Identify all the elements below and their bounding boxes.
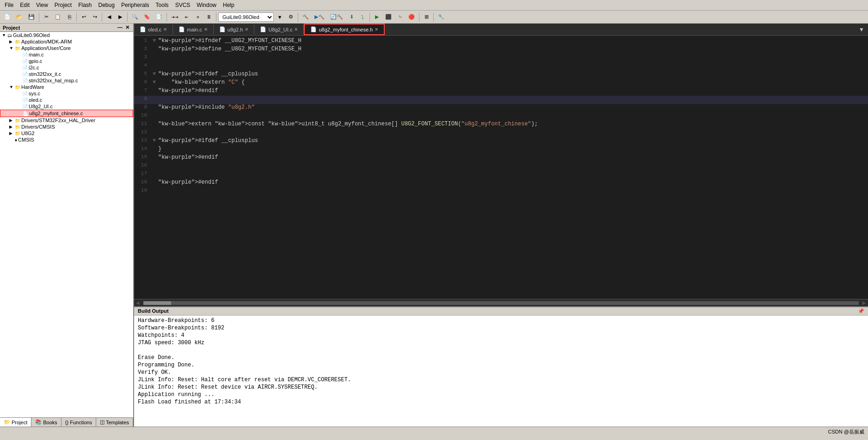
tree-item[interactable]: 📄main.c [0,51,133,58]
debug-start-btn[interactable]: ▶ [372,12,382,22]
expand-btn[interactable]: ▼ [9,85,15,89]
nav-back-btn[interactable]: ◀ [104,12,114,22]
download-btn[interactable]: ⬇ [346,12,357,22]
u8g2h-close[interactable]: ✕ [245,27,248,32]
project-tree[interactable]: ▼🗂GuiLite0.96Oled▶📁Application/MDK-ARM▼📁… [0,32,133,417]
tree-item[interactable]: 📄sys.c [0,90,133,97]
bookmark-btn[interactable]: 🔖 [142,12,153,22]
redo-btn[interactable]: ↪ [90,12,100,22]
tab-overflow-btn[interactable]: ▼ [855,25,868,35]
menu-help[interactable]: Help [220,1,237,9]
save-btn[interactable]: 💾 [26,12,37,22]
editor-tab-u8g2uic[interactable]: 📄 U8g2_UI.c ✕ [254,25,304,34]
line-content: "kw-purple">#endif [158,87,868,96]
fold-marker[interactable]: ▼ [153,137,158,146]
fold-marker[interactable]: ▼ [153,71,158,79]
menu-file[interactable]: File [2,1,16,9]
rebuild-btn[interactable]: 🔄🔨 [328,12,345,22]
indent-btn[interactable]: ⇥⇥ [169,12,181,22]
unindent-btn[interactable]: ⇤ [182,12,192,22]
tree-item[interactable]: 📄i2c.c [0,64,133,71]
tools-btn[interactable]: 🔧 [436,12,447,22]
oledc-close[interactable]: ✕ [163,27,167,32]
mainc-close[interactable]: ✕ [204,27,208,32]
myfont-close[interactable]: ✕ [375,27,378,32]
tree-item[interactable]: 📄u8g2_myfont_chinese.c [0,110,133,117]
scroll-left-btn[interactable]: ◀ [134,300,142,305]
expand-btn[interactable]: ▶ [9,39,15,44]
scroll-right-btn[interactable]: ▶ [861,300,868,305]
fold-marker [153,162,158,171]
undo-btn[interactable]: ↩ [79,12,89,22]
panel-minimize-btn[interactable]: — [117,25,123,31]
tree-item[interactable]: ▶📁Drivers/CMSIS [0,124,133,130]
panel-close-btn[interactable]: ✕ [124,25,130,31]
expand-btn[interactable]: ▶ [9,124,15,129]
tree-item[interactable]: ▶📁U8G2 [0,130,133,136]
tab-project[interactable]: 📁 Project [0,418,31,427]
tab-functions[interactable]: {} Functions [62,418,96,427]
menu-edit[interactable]: Edit [17,1,32,9]
indent3-btn[interactable]: ≣ [204,12,214,22]
output-content[interactable]: Hardware-Breakpoints: 6Software-Breakpoi… [134,316,868,427]
output-pin-icon[interactable]: 📌 [858,308,864,314]
editor-output-area: 📄 oled.c ✕ 📄 main.c ✕ 📄 u8g2.h ✕ 📄 U8g2_… [134,24,868,427]
tree-item[interactable]: ▼📁HardWare [0,84,133,90]
config-btn[interactable]: ⚙ [286,12,296,22]
menu-peripherals[interactable]: Peripherals [118,1,152,9]
h-scrollbar[interactable]: ◀ ▶ [134,299,868,306]
build-btn[interactable]: ▶🔨 [312,12,327,22]
editor-tab-u8g2h[interactable]: 📄 u8g2.h ✕ [214,25,255,34]
tree-item[interactable]: ▼📁Application/User/Core [0,45,133,51]
target-dropdown[interactable]: GuiLite0.96Oled [218,12,274,22]
menu-project[interactable]: Project [52,1,74,9]
tab-books[interactable]: 📚 Books [31,418,62,427]
expand-btn[interactable]: ▶ [9,118,15,123]
tree-item[interactable]: ♦CMSIS [0,136,133,143]
debug-step-btn[interactable]: ⤷ [395,12,405,22]
tree-item[interactable]: 📄oled.c [0,97,133,103]
tree-item[interactable]: ▼🗂GuiLite0.96Oled [0,32,133,38]
menu-debug[interactable]: Debug [96,1,117,9]
editor-tab-mainc[interactable]: 📄 main.c ✕ [173,25,213,34]
new-file-btn[interactable]: 📄 [2,12,13,22]
find-btn[interactable]: 🔍 [129,12,141,22]
paste-btn[interactable]: ⎘ [64,12,74,22]
code-content[interactable]: 1▼"kw-purple">#ifndef __U8G2_MYFONT_CHIN… [134,36,868,299]
menu-tools[interactable]: Tools [153,1,172,9]
window-btn[interactable]: ⊞ [421,12,431,22]
fold-marker[interactable]: ▼ [153,79,158,87]
h-scroll-thumb[interactable] [143,301,171,305]
tree-item[interactable]: ▶📁Drivers/STM32F2xx_HAL_Driver [0,117,133,124]
menu-view[interactable]: View [33,1,51,9]
code-line: 19 [134,187,868,196]
u8g2uic-close[interactable]: ✕ [294,27,298,32]
h-scroll-track[interactable] [143,301,859,305]
open-btn[interactable]: 📂 [14,12,25,22]
expand-btn[interactable]: ▼ [9,46,15,50]
translate-btn[interactable]: 🔨 [300,12,311,22]
menu-window[interactable]: Window [194,1,219,9]
tree-item[interactable]: 📄stm32f2xx_hal_msp.c [0,77,133,84]
fold-marker[interactable]: ▼ [153,37,158,46]
bookmark2-btn[interactable]: 📑 [154,12,165,22]
tree-item[interactable]: 📄stm32f2xx_it.c [0,71,133,77]
download2-btn[interactable]: ⤵ [357,12,368,22]
tree-item[interactable]: 📄gpio.c [0,58,133,64]
editor-tab-myfont[interactable]: 📄 u8g2_myfont_chinese.h ✕ [304,24,385,35]
expand-btn[interactable]: ▶ [9,131,15,136]
debug-stop-btn[interactable]: ⬛ [383,12,394,22]
cut-btn[interactable]: ✂ [41,12,51,22]
menu-svcs[interactable]: SVCS [172,1,193,9]
expand-btn[interactable]: ▼ [2,33,7,37]
nav-fwd-btn[interactable]: ▶ [115,12,125,22]
editor-tab-oledc[interactable]: 📄 oled.c ✕ [134,25,173,34]
menu-flash[interactable]: Flash [75,1,94,9]
copy-btn[interactable]: 📋 [52,12,63,22]
indent2-btn[interactable]: ≡ [193,12,203,22]
tree-item[interactable]: ▶📁Application/MDK-ARM [0,38,133,45]
tree-item[interactable]: 📄U8g2_UI.c [0,103,133,110]
target-options-btn[interactable]: ▼ [275,12,285,22]
debug-break-btn[interactable]: 🔴 [406,12,417,22]
tab-templates[interactable]: ◫ Templates [96,418,133,427]
